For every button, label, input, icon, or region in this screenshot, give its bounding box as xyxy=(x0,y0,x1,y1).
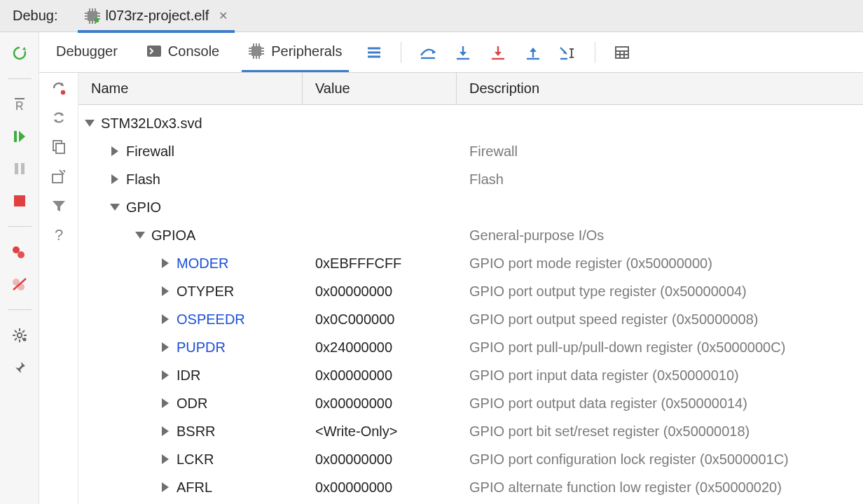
tree-row[interactable]: PUPDR0x24000000GPIO port pull-up/pull-do… xyxy=(78,333,863,361)
tree-row[interactable]: AFRL0x00000000GPIO alternate function lo… xyxy=(78,473,863,501)
node-value: 0x00000000 xyxy=(303,284,457,300)
node-description: Firewall xyxy=(457,144,863,160)
disclosure-icon[interactable] xyxy=(160,482,171,493)
tree-row[interactable]: GPIOAGeneral-purpose I/Os xyxy=(78,221,863,249)
svg-rect-35 xyxy=(147,46,161,57)
node-label: MODER xyxy=(177,255,228,272)
filter-icon[interactable] xyxy=(48,196,70,216)
tree-root[interactable]: STM32L0x3.svd xyxy=(78,109,863,137)
disclosure-icon[interactable] xyxy=(109,174,120,185)
svg-rect-57 xyxy=(56,144,64,153)
tree-row[interactable]: BSRR<Write-Only>GPIO port bit set/reset … xyxy=(78,417,863,445)
pause-icon[interactable] xyxy=(8,159,31,178)
step-over-icon[interactable] xyxy=(418,43,438,62)
svg-text:R: R xyxy=(15,100,24,112)
disclosure-icon[interactable] xyxy=(160,398,171,409)
node-value: 0x24000000 xyxy=(303,340,457,356)
node-description: GPIO port output speed register (0x50000… xyxy=(457,312,863,328)
step-out-icon[interactable] xyxy=(523,43,543,62)
svg-rect-50 xyxy=(616,47,628,58)
svg-rect-16 xyxy=(14,131,17,142)
disclosure-icon[interactable] xyxy=(134,230,146,241)
disclosure-icon[interactable] xyxy=(84,118,95,129)
node-label: GPIOA xyxy=(151,227,195,244)
separator xyxy=(595,42,595,63)
copy-icon[interactable] xyxy=(48,137,70,157)
view-rail: ? xyxy=(39,73,78,504)
tree-row[interactable]: OSPEEDR0x0C000000GPIO port output speed … xyxy=(78,305,863,333)
node-description: GPIO port input data register (0x5000001… xyxy=(457,368,863,384)
node-value: 0x00000000 xyxy=(303,479,457,496)
node-description: GPIO port bit set/reset register (0x5000… xyxy=(457,424,863,440)
left-rail: R xyxy=(0,32,39,504)
node-description: GPIO port configuration lock register (0… xyxy=(457,451,863,468)
tree-row[interactable]: GPIO xyxy=(78,193,863,221)
close-icon[interactable]: ✕ xyxy=(219,9,228,22)
force-step-into-icon[interactable] xyxy=(488,43,508,62)
settings-icon[interactable] xyxy=(8,326,31,345)
export-icon[interactable] xyxy=(48,167,70,186)
column-name[interactable]: Name xyxy=(78,73,303,104)
column-description[interactable]: Description xyxy=(457,73,863,104)
tab-console[interactable]: Console xyxy=(140,32,226,72)
evaluate-expression-icon[interactable] xyxy=(612,43,632,62)
node-label: IDR xyxy=(177,368,200,384)
disclosure-icon[interactable] xyxy=(160,370,171,381)
help-icon[interactable]: ? xyxy=(48,225,70,245)
step-into-icon[interactable] xyxy=(453,43,473,62)
tree-row[interactable]: IDR0x00000000GPIO port input data regist… xyxy=(78,361,863,389)
peripheral-tree[interactable]: STM32L0x3.svd FirewallFirewallFlashFlash… xyxy=(78,105,863,504)
node-description: General-purpose I/Os xyxy=(457,227,863,244)
debug-label: Debug: xyxy=(13,8,58,24)
column-value[interactable]: Value xyxy=(303,73,457,104)
resume-icon[interactable] xyxy=(8,127,31,146)
node-description: Flash xyxy=(457,172,863,188)
node-value: <Write-Only> xyxy=(303,424,457,440)
node-label: LCKR xyxy=(177,451,214,468)
disclosure-icon[interactable] xyxy=(160,286,171,297)
node-label: Flash xyxy=(126,172,160,188)
tree-row[interactable]: FlashFlash xyxy=(78,165,863,193)
tree-row[interactable]: MODER0xEBFFFCFFGPIO port mode register (… xyxy=(78,249,863,277)
node-value: 0x00000000 xyxy=(303,396,457,412)
disclosure-icon[interactable] xyxy=(160,342,171,353)
disclosure-icon[interactable] xyxy=(160,426,171,437)
stop-icon[interactable] xyxy=(8,191,31,211)
tree-row[interactable]: ODR0x00000000GPIO port output data regis… xyxy=(78,389,863,417)
separator xyxy=(8,309,32,310)
disclosure-icon[interactable] xyxy=(160,314,171,325)
tab-label: Peripherals xyxy=(271,43,342,59)
node-label: STM32L0x3.svd xyxy=(101,115,202,132)
rerun-icon[interactable] xyxy=(8,43,31,63)
disclosure-icon[interactable] xyxy=(109,146,120,157)
tree-row[interactable]: OTYPER0x00000000GPIO port output type re… xyxy=(78,277,863,305)
lines-icon[interactable] xyxy=(364,43,384,62)
node-description: GPIO port output type register (0x500000… xyxy=(457,284,863,300)
node-description: GPIO alternate function low register (0x… xyxy=(457,479,863,496)
mute-breakpoints-icon[interactable] xyxy=(8,274,31,294)
disclosure-icon[interactable] xyxy=(109,202,120,213)
node-label: ODR xyxy=(177,396,207,412)
tab-label: Console xyxy=(168,43,219,59)
sync-icon[interactable] xyxy=(48,108,70,127)
svg-rect-18 xyxy=(21,163,25,174)
refresh-icon[interactable] xyxy=(48,78,70,98)
node-label: Firewall xyxy=(126,144,174,160)
column-header-row: Name Value Description xyxy=(78,73,863,105)
tab-debugger[interactable]: Debugger xyxy=(49,32,125,72)
file-tab[interactable]: l073rz-project.elf ✕ xyxy=(78,1,235,33)
tool-tabbar: Debugger Console Peripherals xyxy=(39,32,863,73)
tree-row[interactable]: FirewallFirewall xyxy=(78,137,863,165)
tree-row[interactable]: LCKR0x00000000GPIO port configuration lo… xyxy=(78,445,863,473)
chip-icon xyxy=(85,8,100,24)
breakpoints-icon[interactable] xyxy=(8,242,31,262)
svg-point-21 xyxy=(18,251,25,258)
run-to-cursor-icon[interactable] xyxy=(558,43,578,62)
node-label: OTYPER xyxy=(177,284,234,300)
disclosure-icon[interactable] xyxy=(160,454,171,465)
tab-label: Debugger xyxy=(56,43,118,59)
pin-icon[interactable] xyxy=(8,358,31,377)
disclosure-icon[interactable] xyxy=(160,258,171,269)
r-overline-icon[interactable]: R xyxy=(8,94,31,114)
tab-peripherals[interactable]: Peripherals xyxy=(242,32,349,72)
